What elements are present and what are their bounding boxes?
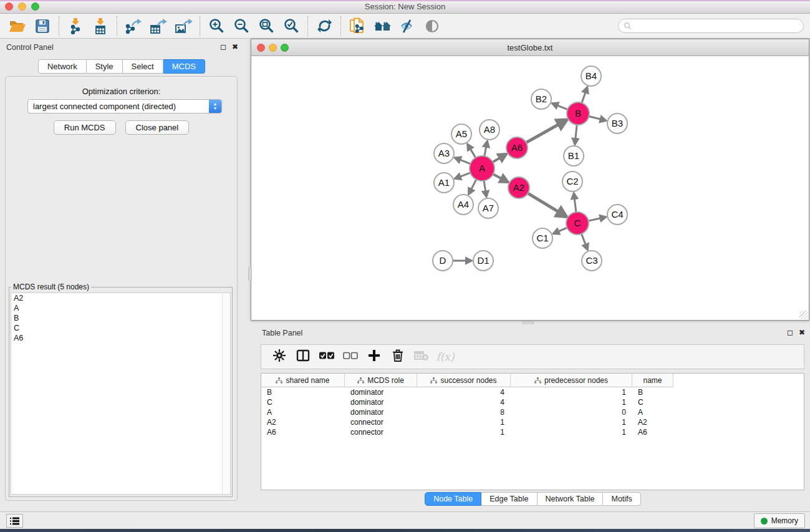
tab-motifs[interactable]: Motifs — [603, 492, 640, 506]
table-row[interactable]: Cdominator41C — [261, 397, 804, 407]
node-A5[interactable]: A5 — [451, 124, 471, 144]
add-column-button[interactable] — [364, 347, 385, 367]
run-mcds-button[interactable]: Run MCDS — [54, 120, 116, 135]
clone-network-button[interactable] — [345, 16, 370, 37]
node-B2[interactable]: B2 — [531, 89, 551, 109]
cell-predecessor-nodes[interactable]: 1 — [511, 397, 632, 407]
tab-edge-table[interactable]: Edge Table — [481, 492, 537, 506]
edge-B-B3[interactable] — [588, 116, 605, 120]
edge-A-A3[interactable] — [455, 158, 471, 164]
column-visibility-button[interactable] — [292, 347, 314, 367]
hide-selected-button[interactable] — [395, 16, 420, 37]
cell-name[interactable]: A2 — [632, 417, 673, 427]
cell-name[interactable]: B — [632, 387, 673, 397]
criterion-select[interactable]: largest connected component (directed) ▲… — [27, 99, 222, 114]
edge-A6-B[interactable] — [526, 120, 567, 143]
delete-column-button[interactable] — [387, 347, 408, 367]
node-B4[interactable]: B4 — [581, 66, 601, 86]
table-close-panel-icon[interactable]: ✖ — [799, 329, 805, 337]
node-C[interactable]: C — [566, 212, 589, 235]
resize-grip[interactable] — [799, 311, 808, 319]
home-view-button[interactable] — [370, 16, 395, 37]
cell-mcds-role[interactable]: connector — [345, 427, 417, 437]
edge-A-A6[interactable] — [492, 154, 506, 162]
open-session-button[interactable] — [5, 16, 30, 37]
column-header-mcds-role[interactable]: MCDS role — [345, 374, 417, 387]
node-C2[interactable]: C2 — [562, 172, 582, 191]
zoom-selected-button[interactable] — [279, 16, 304, 37]
node-A4[interactable]: A4 — [453, 195, 473, 215]
import-table-button[interactable] — [88, 16, 113, 37]
table-row[interactable]: Adominator80A — [261, 407, 804, 417]
edge-C-C1[interactable] — [553, 228, 567, 234]
edge-B-B4[interactable] — [582, 87, 587, 104]
close-panel-icon[interactable]: ✖ — [232, 43, 238, 51]
result-scrollbar[interactable] — [222, 293, 230, 494]
cell-shared-name[interactable]: B — [261, 387, 345, 397]
cell-successor-nodes[interactable]: 8 — [417, 407, 511, 417]
mcds-result-item[interactable]: B — [11, 313, 230, 323]
node-B3[interactable]: B3 — [607, 114, 627, 133]
export-image-button[interactable] — [171, 16, 196, 37]
cell-successor-nodes[interactable]: 1 — [417, 417, 511, 427]
tab-select[interactable]: Select — [123, 59, 163, 74]
column-header-predecessor-nodes[interactable]: predecessor nodes — [511, 374, 632, 387]
edge-A-A5[interactable] — [468, 144, 476, 158]
tab-network[interactable]: Network — [38, 59, 87, 74]
import-network-button[interactable] — [63, 16, 88, 37]
node-A[interactable]: A — [470, 156, 494, 181]
cell-mcds-role[interactable]: dominator — [345, 397, 417, 407]
tab-network-table[interactable]: Network Table — [538, 492, 604, 506]
edge-A-A7[interactable] — [484, 180, 486, 196]
edge-A2-C[interactable] — [528, 193, 566, 216]
cell-successor-nodes[interactable]: 4 — [417, 387, 511, 397]
cell-predecessor-nodes[interactable]: 0 — [511, 407, 632, 417]
network-canvas[interactable]: B4B2BB3A5A8A6A3B1AA1C2A2A4A7C4CC1C3DD1 — [251, 56, 809, 320]
cell-predecessor-nodes[interactable]: 1 — [511, 387, 632, 397]
edge-A-A4[interactable] — [469, 179, 477, 194]
table-row[interactable]: A6connector11A6 — [261, 427, 804, 437]
cell-name[interactable]: C — [632, 397, 673, 407]
cell-shared-name[interactable]: A2 — [261, 417, 345, 427]
node-A8[interactable]: A8 — [480, 120, 499, 140]
edge-B-B2[interactable] — [552, 104, 568, 110]
node-A2[interactable]: A2 — [508, 177, 529, 198]
zoom-fit-button[interactable] — [254, 16, 279, 37]
cell-successor-nodes[interactable]: 1 — [417, 427, 511, 437]
show-panels-button[interactable] — [6, 514, 23, 528]
save-session-button[interactable] — [30, 16, 55, 37]
node-B1[interactable]: B1 — [564, 146, 584, 166]
node-A6[interactable]: A6 — [506, 137, 528, 158]
export-network-button[interactable] — [121, 16, 146, 37]
search-input[interactable] — [632, 21, 803, 32]
table-float-panel-icon[interactable]: ◻ — [787, 329, 793, 337]
cell-name[interactable]: A — [632, 407, 673, 417]
column-header-name[interactable]: name — [632, 374, 673, 387]
edge-C-C2[interactable] — [574, 193, 576, 213]
node-A1[interactable]: A1 — [434, 173, 454, 193]
tab-style[interactable]: Style — [87, 59, 123, 74]
edge-C-C3[interactable] — [581, 233, 587, 249]
vertical-split-handle[interactable] — [248, 267, 252, 281]
edge-B-B1[interactable] — [575, 124, 577, 144]
select-all-rows-button[interactable] — [316, 347, 337, 367]
cell-mcds-role[interactable]: dominator — [345, 387, 417, 397]
node-B[interactable]: B — [567, 102, 589, 125]
mcds-result-item[interactable]: A6 — [11, 333, 230, 343]
refresh-layout-button[interactable] — [312, 16, 337, 37]
cell-mcds-role[interactable]: dominator — [345, 407, 417, 417]
cell-shared-name[interactable]: A — [261, 407, 345, 417]
tab-mcds[interactable]: MCDS — [163, 59, 205, 74]
mcds-result-item[interactable]: A2 — [11, 293, 230, 303]
cell-successor-nodes[interactable]: 4 — [417, 397, 511, 407]
tab-node-table[interactable]: Node Table — [425, 492, 481, 506]
mcds-result-item[interactable]: A — [11, 303, 230, 313]
node-C1[interactable]: C1 — [533, 228, 552, 248]
edge-A-A8[interactable] — [485, 142, 488, 157]
mcds-result-item[interactable]: C — [11, 323, 230, 333]
mcds-result-list[interactable]: A2ABCA6 — [11, 293, 231, 495]
cell-shared-name[interactable]: C — [261, 397, 345, 407]
edge-C-C4[interactable] — [588, 217, 606, 221]
column-header-shared-name[interactable]: shared name — [261, 374, 345, 387]
node-A7[interactable]: A7 — [478, 198, 498, 218]
